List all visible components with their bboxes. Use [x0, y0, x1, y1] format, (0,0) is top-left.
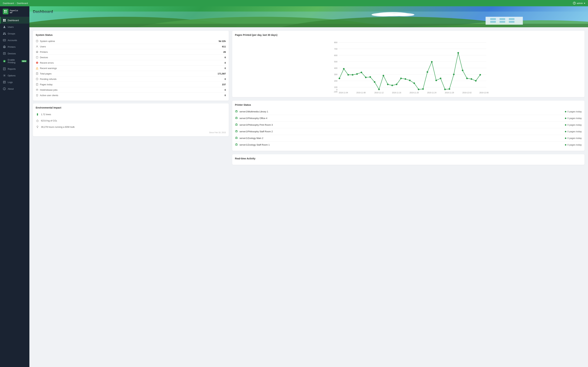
sidebar-item-enable-printing[interactable]: Enable Printing NEW: [0, 57, 29, 66]
svg-text:i: i: [4, 88, 5, 90]
status-icon: [36, 78, 38, 80]
svg-text:200: 200: [334, 80, 337, 82]
svg-text:-100: -100: [333, 91, 337, 93]
nav-label-printers: Printers: [8, 46, 16, 48]
svg-text:300: 300: [334, 73, 337, 75]
status-icon: [36, 94, 38, 97]
status-icon: [36, 72, 38, 75]
status-icon: [36, 45, 38, 48]
status-value: 0: [225, 78, 226, 80]
status-row: ! Recent warnings 0: [36, 66, 226, 71]
printer-name[interactable]: server1\Philosophy Office 4: [235, 117, 268, 120]
printer-name[interactable]: server1\Zoology Staff Room 1: [235, 143, 270, 146]
svg-text:600: 600: [334, 54, 337, 57]
left-column: System Status System uptime 5d 22h Users…: [33, 31, 229, 165]
status-value: 0: [225, 67, 226, 70]
papercut-logo-icon: [4, 10, 7, 13]
sidebar-item-options[interactable]: Options: [0, 72, 29, 79]
svg-point-108: [405, 78, 406, 80]
printer-name[interactable]: server1\Zoology Main 2: [235, 136, 263, 140]
content-area: System Status System uptime 5d 22h Users…: [29, 27, 588, 367]
svg-rect-8: [3, 20, 4, 22]
reports-icon: [3, 67, 6, 70]
svg-rect-58: [37, 89, 38, 89]
status-icon: [36, 56, 38, 59]
sidebar-item-users[interactable]: Users: [0, 24, 29, 30]
tree-icon: [36, 113, 39, 116]
status-value: 0: [225, 89, 226, 91]
hero-banner: Dashboard: [29, 6, 588, 27]
svg-rect-36: [490, 21, 496, 23]
breadcrumb-item-1[interactable]: Dashboard: [3, 2, 14, 5]
svg-point-60: [37, 96, 37, 96]
svg-point-98: [361, 72, 362, 73]
status-icon: [36, 88, 38, 91]
svg-text:500: 500: [334, 61, 337, 63]
status-value: 171,587: [218, 72, 226, 75]
sidebar-item-printers[interactable]: Printers: [0, 43, 29, 50]
sidebar-item-logs[interactable]: Logs: [0, 79, 29, 85]
help-icon: ?: [573, 2, 576, 5]
status-value: 0: [225, 94, 226, 97]
status-row: Active user clients 0: [36, 93, 226, 98]
system-status-card: System Status System uptime 5d 22h Users…: [33, 31, 229, 101]
status-dot: [565, 138, 566, 139]
status-row: Printers 26: [36, 49, 226, 55]
status-label: ! Recent warnings: [36, 67, 57, 70]
svg-rect-35: [509, 18, 515, 20]
sidebar-item-devices[interactable]: Devices: [0, 50, 29, 57]
svg-point-120: [457, 52, 459, 54]
svg-rect-7: [5, 19, 6, 20]
printer-row: server1\Philosophy Staff Room 2 0 pages …: [235, 128, 582, 135]
printer-name[interactable]: server1\Multimedia Library 1: [235, 110, 268, 113]
sidebar-item-groups[interactable]: Groups: [0, 30, 29, 37]
svg-point-116: [440, 78, 441, 79]
hero-hills: [29, 12, 588, 27]
svg-text:!: !: [37, 68, 37, 69]
svg-rect-142: [236, 143, 237, 144]
env-trees: 1.72 trees: [36, 111, 226, 117]
svg-rect-37: [500, 21, 505, 23]
breadcrumb-item-2[interactable]: Dashboard: [17, 2, 28, 5]
svg-text:0: 0: [336, 89, 337, 91]
svg-point-10: [4, 26, 5, 27]
svg-point-123: [471, 78, 472, 80]
sidebar-item-dashboard[interactable]: Dashboard: [0, 17, 29, 24]
svg-point-125: [479, 74, 481, 75]
sidebar-item-about[interactable]: i About: [0, 85, 29, 92]
chevron-down-icon: ▾: [584, 2, 585, 5]
status-icon: [36, 50, 38, 53]
svg-point-11: [3, 33, 4, 33]
env-hours: 39,278 hours running a 60W bulb: [36, 124, 226, 130]
svg-text:800: 800: [334, 42, 337, 43]
users-icon: [3, 25, 6, 28]
status-label: ✕ Recent errors: [36, 61, 54, 64]
system-status-title: System Status: [36, 33, 226, 36]
svg-rect-34: [500, 18, 505, 20]
sidebar-item-accounts[interactable]: Accounts: [0, 37, 29, 43]
printer-status-value: 0 pages today: [565, 143, 582, 146]
topbar: Dashboard › Dashboard ? admin ▾: [0, 0, 588, 6]
svg-rect-18: [4, 53, 5, 54]
status-row: Hold/release jobs 0: [36, 87, 226, 93]
sidebar-item-reports[interactable]: Reports: [0, 66, 29, 72]
svg-rect-38: [509, 21, 515, 23]
svg-text:2019-11-24: 2019-11-24: [427, 92, 436, 94]
env-impact-card: Environmental Impact 1.72 trees 623.8 k: [33, 103, 229, 136]
svg-point-110: [413, 82, 415, 84]
svg-point-102: [378, 89, 380, 90]
printer-name[interactable]: server1\Philosophy Staff Room 2: [235, 130, 273, 133]
status-icon: ✕: [36, 61, 38, 64]
svg-point-105: [391, 84, 393, 86]
printer-icon: [235, 130, 238, 133]
user-menu[interactable]: ? admin ▾: [573, 2, 585, 5]
co2-icon: [36, 119, 39, 122]
status-row: Pages today 237: [36, 82, 226, 87]
status-label: System uptime: [36, 40, 55, 42]
printer-name[interactable]: server1\Philosophy Print Room 3: [235, 123, 273, 126]
printer-row: server1\Philosophy Print Room 3 0 pages …: [235, 122, 582, 128]
status-dot: [565, 118, 566, 119]
svg-point-94: [343, 68, 345, 70]
status-label: Devices: [36, 56, 48, 59]
printer-row: server1\Zoology Staff Room 1 0 pages tod…: [235, 142, 582, 148]
